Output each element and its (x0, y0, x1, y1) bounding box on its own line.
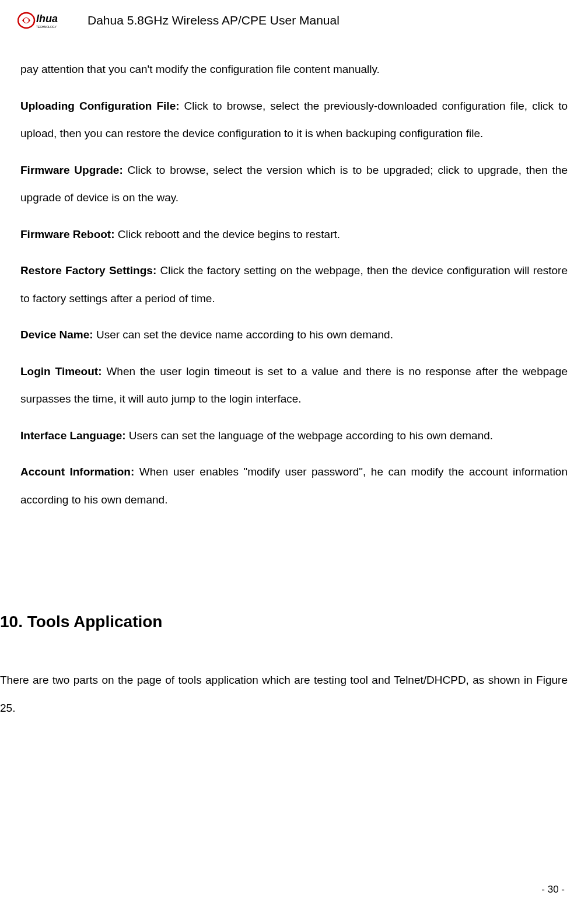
paragraph-account-info: Account Information: When user enables "… (20, 458, 568, 513)
paragraph-device-name: Device Name: User can set the device nam… (20, 321, 568, 349)
paragraph-login-timeout: Login Timeout: When the user login timeo… (20, 358, 568, 413)
label-device-name: Device Name: (20, 328, 96, 341)
label-firmware-reboot: Firmware Reboot: (20, 228, 118, 240)
document-title: Dahua 5.8GHz Wireless AP/CPE User Manual (88, 13, 340, 27)
label-interface-language: Interface Language: (20, 429, 129, 442)
svg-text:TECHNOLOGY: TECHNOLOGY (36, 25, 57, 29)
label-firmware-upgrade: Firmware Upgrade: (20, 164, 128, 176)
document-content: pay attention that you can't modify the … (0, 32, 588, 513)
label-login-timeout: Login Timeout: (20, 365, 106, 377)
paragraph-firmware-reboot: Firmware Reboot: Click reboott and the d… (20, 221, 568, 249)
paragraph-intro: pay attention that you can't modify the … (20, 55, 568, 83)
svg-point-1 (24, 18, 29, 23)
paragraph-restore-factory: Restore Factory Settings: Click the fact… (20, 257, 568, 312)
alhua-logo-icon: lhua TECHNOLOGY (18, 9, 76, 32)
label-uploading: Uploading Configuration File: (20, 100, 184, 112)
text-firmware-reboot: Click reboott and the device begins to r… (118, 228, 340, 240)
document-header: lhua TECHNOLOGY Dahua 5.8GHz Wireless AP… (0, 0, 588, 32)
section-container: 10. Tools Application There are two part… (0, 613, 588, 722)
label-restore-factory: Restore Factory Settings: (20, 264, 160, 277)
text-interface-language: Users can set the language of the webpag… (129, 429, 493, 442)
section-intro-text: There are two parts on the page of tools… (0, 666, 568, 722)
svg-text:lhua: lhua (36, 13, 58, 25)
paragraph-uploading: Uploading Configuration File: Click to b… (20, 92, 568, 148)
company-logo: lhua TECHNOLOGY (18, 9, 76, 32)
page-number: - 30 - (541, 884, 565, 895)
label-account-info: Account Information: (20, 466, 139, 478)
paragraph-firmware-upgrade: Firmware Upgrade: Click to browse, selec… (20, 156, 568, 212)
section-heading-tools: 10. Tools Application (0, 613, 588, 631)
text-device-name: User can set the device name according t… (96, 328, 393, 341)
paragraph-interface-language: Interface Language: Users can set the la… (20, 422, 568, 450)
